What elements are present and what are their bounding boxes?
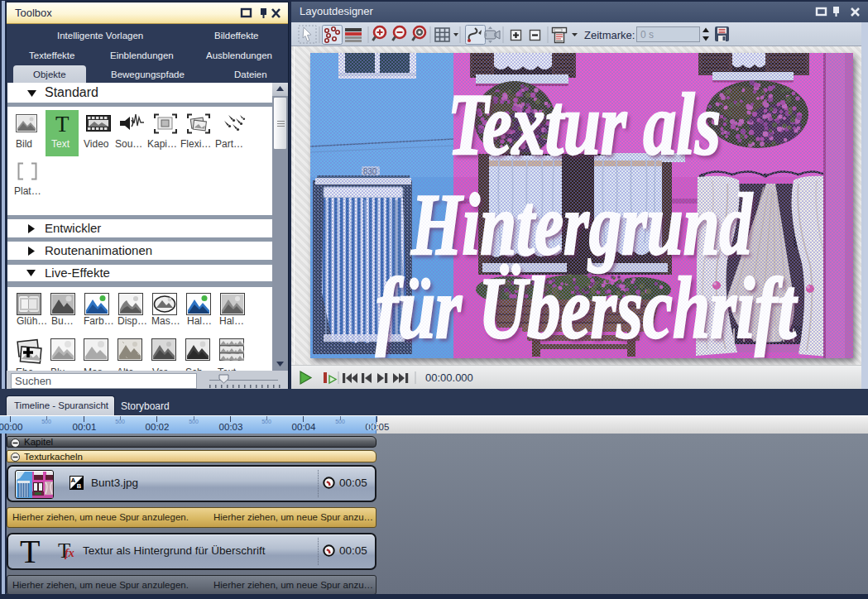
svg-text:B: B (77, 482, 82, 490)
svg-text:A: A (71, 477, 76, 484)
